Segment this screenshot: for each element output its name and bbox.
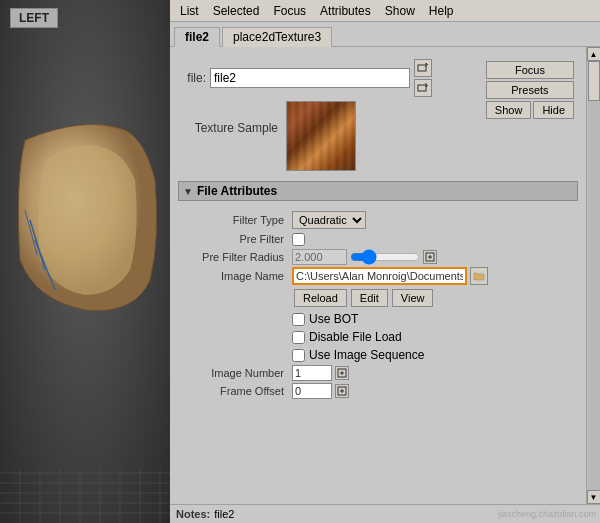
notes-bar: Notes: file2 jiascheng.chazidian.com: [170, 504, 600, 523]
use-image-sequence-row: Use Image Sequence: [292, 347, 578, 363]
attributes-grid: Filter Type Quadratic Pre Filter Pre Fil…: [178, 207, 578, 403]
svg-rect-16: [418, 65, 426, 71]
filter-type-value: Quadratic: [292, 211, 578, 229]
filter-type-label: Filter Type: [178, 211, 288, 229]
image-name-input[interactable]: [292, 267, 467, 285]
texture-label: Texture Sample: [178, 101, 278, 135]
disable-file-load-checkbox[interactable]: [292, 331, 305, 344]
tab-place2dtexture3[interactable]: place2dTexture3: [222, 27, 332, 47]
pre-filter-radius-value: [292, 249, 578, 265]
file-attributes-section[interactable]: ▼ File Attributes: [178, 181, 578, 201]
image-number-value: [292, 365, 578, 381]
scroll-up-btn[interactable]: ▲: [587, 47, 601, 61]
pre-filter-radius-label: Pre Filter Radius: [178, 249, 288, 265]
image-name-row: [292, 267, 578, 285]
reload-button[interactable]: Reload: [294, 289, 347, 307]
watermark-text: jiascheng.chazidian.com: [498, 509, 596, 519]
pre-filter-value: [292, 231, 578, 247]
file-icon-btn-2[interactable]: [414, 79, 432, 97]
menu-bar: List Selected Focus Attributes Show Help: [170, 0, 600, 22]
pre-filter-radius-slider[interactable]: [350, 250, 420, 264]
file-icon-btn-1[interactable]: [414, 59, 432, 77]
disable-file-load-row: Disable File Load: [292, 329, 578, 345]
image-name-label: Image Name: [178, 267, 288, 285]
pre-filter-radius-icon[interactable]: [423, 250, 437, 264]
use-bot-checkbox[interactable]: [292, 313, 305, 326]
right-panel: List Selected Focus Attributes Show Help…: [170, 0, 600, 523]
scroll-track: [588, 61, 600, 490]
scrollbar: ▲ ▼: [586, 47, 600, 504]
edit-button[interactable]: Edit: [351, 289, 388, 307]
filter-type-select[interactable]: Quadratic: [292, 211, 366, 229]
frame-offset-value: [292, 383, 578, 399]
menu-show[interactable]: Show: [379, 2, 421, 20]
image-number-icon[interactable]: [335, 366, 349, 380]
image-number-input[interactable]: [292, 365, 332, 381]
chair-object: [5, 60, 165, 380]
menu-focus[interactable]: Focus: [267, 2, 312, 20]
presets-button[interactable]: Presets: [486, 81, 574, 99]
menu-help[interactable]: Help: [423, 2, 460, 20]
scroll-thumb[interactable]: [588, 61, 600, 101]
menu-selected[interactable]: Selected: [207, 2, 266, 20]
focus-button[interactable]: Focus: [486, 61, 574, 79]
frame-offset-icon[interactable]: [335, 384, 349, 398]
show-button[interactable]: Show: [486, 101, 532, 119]
scroll-down-btn[interactable]: ▼: [587, 490, 601, 504]
pre-filter-label: Pre Filter: [178, 231, 288, 247]
viewport-panel: LEFT: [0, 0, 170, 523]
notes-value: file2: [214, 508, 234, 520]
reload-edit-view-row: Reload Edit View: [294, 287, 578, 309]
menu-list[interactable]: List: [174, 2, 205, 20]
file-label: file:: [178, 71, 206, 85]
texture-row: Texture Sample: [178, 101, 478, 171]
use-bot-label: Use BOT: [309, 312, 358, 326]
disable-file-load-label: Disable File Load: [309, 330, 402, 344]
tabs-row: file2 place2dTexture3: [170, 22, 600, 47]
viewport-label: LEFT: [10, 8, 58, 28]
main-content: file:: [170, 47, 586, 504]
use-image-sequence-checkbox[interactable]: [292, 349, 305, 362]
right-buttons: Focus Presets Show Hide: [482, 55, 578, 125]
image-number-label: Image Number: [178, 365, 288, 381]
folder-icon-btn[interactable]: [470, 267, 488, 285]
file-row: file:: [178, 59, 478, 97]
frame-offset-input[interactable]: [292, 383, 332, 399]
pre-filter-radius-input[interactable]: [292, 249, 347, 265]
tab-file2[interactable]: file2: [174, 27, 220, 47]
content-area: file:: [170, 47, 600, 504]
use-image-sequence-label: Use Image Sequence: [309, 348, 424, 362]
frame-offset-label: Frame Offset: [178, 383, 288, 399]
3d-view: LEFT: [0, 0, 170, 523]
pre-filter-checkbox[interactable]: [292, 233, 305, 246]
notes-label: Notes:: [176, 508, 210, 520]
section-arrow-icon: ▼: [183, 186, 193, 197]
texture-preview: [286, 101, 356, 171]
menu-attributes[interactable]: Attributes: [314, 2, 377, 20]
use-bot-row: Use BOT: [292, 311, 578, 327]
view-button[interactable]: View: [392, 289, 434, 307]
section-title: File Attributes: [197, 184, 277, 198]
file-input[interactable]: [210, 68, 410, 88]
grid-overlay: [0, 423, 170, 523]
svg-rect-19: [418, 85, 426, 91]
hide-button[interactable]: Hide: [533, 101, 574, 119]
